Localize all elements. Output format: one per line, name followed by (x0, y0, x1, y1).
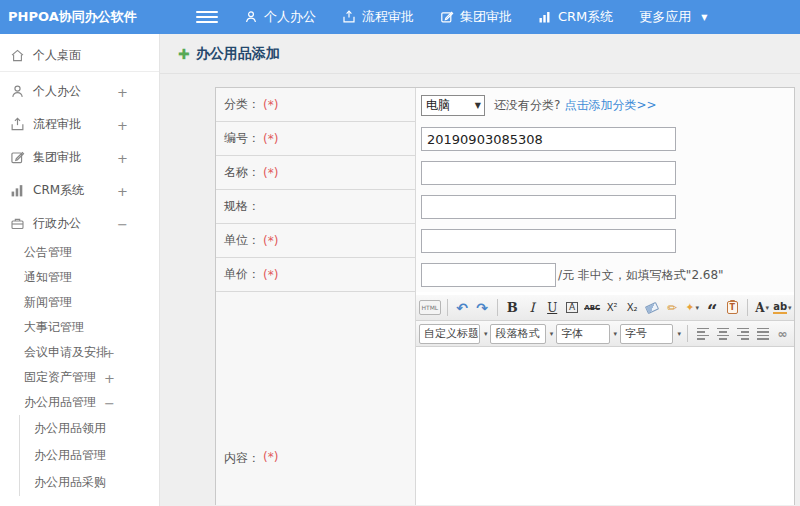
price-label: 单价：(*) (216, 258, 416, 291)
content-label: 内容：(*) (216, 292, 416, 505)
paste-button[interactable]: T (724, 298, 741, 318)
expand-plus-icon[interactable]: + (117, 84, 128, 99)
form-row-name: 名称：(*) (216, 156, 794, 190)
sidebar-item-announcement-mgmt[interactable]: 公告管理 (0, 240, 159, 265)
autotypeset-button[interactable]: ✦▾ (684, 298, 701, 318)
align-center-button[interactable] (714, 324, 731, 344)
sidebar-item-crm-system[interactable]: CRM系统 + (0, 174, 159, 207)
sidebar-item-personal-office[interactable]: 个人办公 + (0, 75, 159, 108)
bold-button[interactable]: B (504, 298, 521, 318)
code-label: 编号：(*) (216, 122, 416, 155)
caret-down-icon: ▼ (701, 13, 707, 22)
caret-down-icon[interactable]: ▾ (484, 330, 488, 338)
add-category-link[interactable]: 点击添加分类>> (564, 97, 656, 114)
caret-down-icon[interactable]: ▾ (677, 330, 681, 338)
topnav-process-approval[interactable]: 流程审批 (342, 8, 414, 26)
topnav-crm-system[interactable]: CRM系统 (538, 8, 613, 26)
briefcase-icon (10, 216, 25, 231)
sidebar-item-news-mgmt[interactable]: 新闻管理 (0, 290, 159, 315)
required-mark: (*) (263, 166, 278, 180)
sidebar-item-label: 集团审批 (33, 149, 81, 166)
hamburger-menu-icon[interactable] (196, 11, 218, 23)
topnav-more-apps[interactable]: 更多应用 ▼ (639, 8, 707, 26)
magic-wand-icon: ✦ (685, 301, 694, 314)
form-row-content: 内容：(*) HTML ↶ ↷ B I (216, 292, 794, 505)
html-source-button[interactable]: HTML (419, 300, 441, 315)
edit-icon (440, 10, 454, 24)
form-row-unit: 单位：(*) (216, 224, 794, 258)
spec-input[interactable] (421, 195, 676, 219)
align-left-icon (697, 328, 709, 340)
sidebar-item-label: 固定资产管理 (24, 369, 96, 386)
toolbar-separator (747, 299, 748, 316)
highlight-color-button[interactable]: ab▾ (774, 298, 791, 318)
insert-link-button[interactable]: ∞ (774, 324, 791, 344)
underline-button[interactable]: U (544, 298, 561, 318)
sidebar-item-fixed-assets-mgmt[interactable]: 固定资产管理 + (0, 365, 159, 390)
font-family-select[interactable]: 字体 (556, 324, 609, 344)
editor-content-area[interactable] (416, 347, 794, 505)
strikethrough-button[interactable]: ABC (584, 298, 601, 318)
caret-down-icon[interactable]: ▾ (614, 330, 618, 338)
topnav-personal-office[interactable]: 个人办公 (244, 8, 316, 26)
eraser-button[interactable] (644, 298, 661, 318)
align-right-button[interactable] (734, 324, 751, 344)
blockquote-button[interactable]: “ (704, 298, 721, 318)
unit-input[interactable] (421, 229, 676, 253)
sidebar-item-label: 会议申请及安排 (24, 344, 108, 361)
undo-button[interactable]: ↶ (454, 298, 471, 318)
format-painter-button[interactable]: ✏ (664, 298, 681, 318)
sidebar-item-label: 公告管理 (24, 244, 72, 261)
expand-plus-icon[interactable]: + (104, 370, 115, 385)
sidebar-item-personal-desktop[interactable]: 个人桌面 (0, 39, 159, 72)
page-title: 办公用品添加 (196, 45, 280, 63)
topnav-group-approval[interactable]: 集团审批 (440, 8, 512, 26)
expand-plus-icon[interactable]: + (117, 117, 128, 132)
phpoa-app: PHPOA协同办公软件 个人办公 流程审批 集团审批 CRM系统 更多应用 ▼ (0, 0, 800, 506)
font-size-select[interactable]: 字号 (620, 324, 673, 344)
collapse-minus-icon[interactable]: − (117, 216, 128, 231)
code-input[interactable] (421, 127, 676, 151)
category-select-value: 电脑 (426, 97, 450, 114)
custom-heading-select[interactable]: 自定义标题 (419, 324, 480, 344)
expand-plus-icon[interactable]: + (117, 183, 128, 198)
expand-plus-icon[interactable]: + (117, 150, 128, 165)
sidebar-item-supplies-purchase[interactable]: 办公用品采购 (20, 469, 159, 496)
paragraph-format-select[interactable]: 段落格式 (490, 324, 545, 344)
font-color-button[interactable]: A▾ (754, 298, 771, 318)
sidebar-item-label: CRM系统 (33, 182, 84, 199)
toolbar-separator (497, 299, 498, 316)
top-bar: PHPOA协同办公软件 个人办公 流程审批 集团审批 CRM系统 更多应用 ▼ (0, 0, 800, 34)
top-nav: 个人办公 流程审批 集团审批 CRM系统 更多应用 ▼ (244, 8, 707, 26)
italic-button[interactable]: I (524, 298, 541, 318)
form-row-spec: 规格： (216, 190, 794, 224)
align-left-button[interactable] (694, 324, 711, 344)
page-header: ✚ 办公用品添加 (160, 34, 800, 74)
caret-down-icon[interactable]: ▾ (550, 330, 554, 338)
name-input[interactable] (421, 161, 676, 185)
sidebar-item-supplies-claim[interactable]: 办公用品领用 (20, 415, 159, 442)
app-brand: PHPOA协同办公软件 (0, 8, 160, 26)
price-input[interactable] (421, 263, 556, 287)
sidebar-item-events-mgmt[interactable]: 大事记管理 (0, 315, 159, 340)
sidebar-item-meeting-request[interactable]: 会议申请及安排 + (0, 340, 159, 365)
sidebar-item-office-supplies-mgmt[interactable]: 办公用品管理 − (0, 390, 159, 415)
sidebar-item-admin-office[interactable]: 行政办公 − (0, 207, 159, 240)
user-icon (244, 10, 258, 24)
char-border-button[interactable]: A (564, 298, 581, 318)
user-icon (10, 84, 25, 99)
sidebar-item-notice-mgmt[interactable]: 通知管理 (0, 265, 159, 290)
sidebar-item-process-approval[interactable]: 流程审批 + (0, 108, 159, 141)
superscript-button[interactable]: X² (604, 298, 621, 318)
toolbar-separator (447, 299, 448, 316)
redo-button[interactable]: ↷ (474, 298, 491, 318)
expand-plus-icon[interactable]: + (104, 345, 115, 360)
subscript-button[interactable]: X₂ (624, 298, 641, 318)
collapse-minus-icon[interactable]: − (104, 395, 115, 410)
form-row-price: 单价：(*) /元 非中文，如填写格式"2.68" (216, 258, 794, 292)
main-content: ✚ 办公用品添加 分类：(*) 电脑 ▼ 还没有分类? 点击添加分类>> (160, 34, 800, 506)
align-justify-button[interactable] (754, 324, 771, 344)
category-select[interactable]: 电脑 ▼ (421, 95, 485, 116)
sidebar-item-group-approval[interactable]: 集团审批 + (0, 141, 159, 174)
sidebar-item-supplies-manage[interactable]: 办公用品管理 (20, 442, 159, 469)
